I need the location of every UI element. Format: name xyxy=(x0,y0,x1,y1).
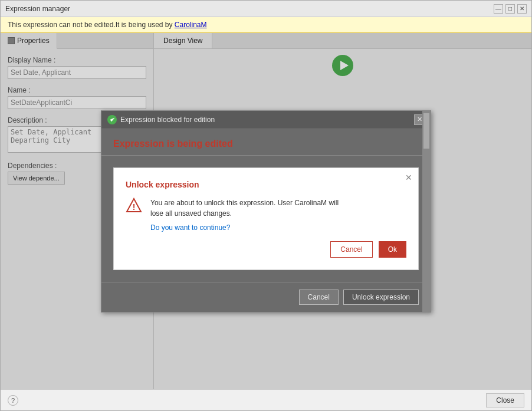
modal-title-bar: Expression blocked for edition ✕ xyxy=(101,111,431,129)
warning-text: This expression can not be edited.It is … xyxy=(8,21,175,29)
warning-link[interactable]: CarolinaM xyxy=(175,21,207,29)
close-button[interactable]: Close xyxy=(486,393,524,407)
inner-dialog-question: Do you want to continue? xyxy=(150,223,339,232)
inner-dialog-body: ! You are about to unlock this expressio… xyxy=(126,198,406,232)
svg-text:!: ! xyxy=(133,202,136,212)
title-bar: Expression manager — □ ✕ xyxy=(1,1,531,17)
title-bar-controls: — □ ✕ xyxy=(494,4,527,14)
warning-banner: This expression can not be edited.It is … xyxy=(1,17,531,33)
modal-cancel-button[interactable]: Cancel xyxy=(299,290,339,305)
main-content: Properties Display Name : Name : Descrip… xyxy=(1,33,531,389)
modal-header: Expression is being edited xyxy=(101,129,431,156)
inner-ok-button[interactable]: Ok xyxy=(379,241,406,258)
modal-blocked: Expression blocked for edition ✕ Express… xyxy=(101,110,431,313)
inner-cancel-button[interactable]: Cancel xyxy=(330,241,372,258)
scrollbar-thumb[interactable] xyxy=(423,113,429,149)
help-button[interactable]: ? xyxy=(8,395,18,406)
minimize-button[interactable]: — xyxy=(494,4,503,14)
inner-dialog-buttons: Cancel Ok xyxy=(126,241,406,258)
modal-title-text: Expression blocked for edition xyxy=(120,116,215,124)
inner-dialog-title: Unlock expression xyxy=(126,180,406,189)
modal-title-content: Expression blocked for edition xyxy=(107,115,215,124)
maximize-button[interactable]: □ xyxy=(505,4,515,14)
modal-overlay: Expression blocked for edition ✕ Express… xyxy=(1,33,531,389)
modal-title-green-icon xyxy=(107,115,117,124)
modal-footer: Cancel Unlock expression xyxy=(101,282,431,312)
close-window-button[interactable]: ✕ xyxy=(517,4,527,14)
window-title: Expression manager xyxy=(5,5,494,13)
warning-triangle-icon: ! xyxy=(126,198,142,214)
main-window: Expression manager — □ ✕ This expression… xyxy=(0,0,532,411)
inner-dialog: ✕ Unlock expression ! You are about to u… xyxy=(113,167,419,270)
modal-unlock-button[interactable]: Unlock expression xyxy=(343,290,419,305)
inner-dialog-close-button[interactable]: ✕ xyxy=(404,173,413,182)
bottom-bar: ? Close xyxy=(1,389,531,410)
modal-scrollbar[interactable] xyxy=(422,111,431,312)
inner-dialog-message: You are about to unlock this expression.… xyxy=(150,198,339,232)
modal-body: ✕ Unlock expression ! You are about to u… xyxy=(101,156,431,282)
inner-dialog-text: You are about to unlock this expression.… xyxy=(150,198,339,219)
